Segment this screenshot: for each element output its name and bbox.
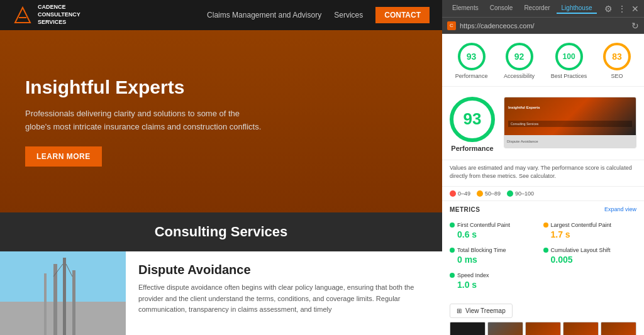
score-accessibility: 92 Accessibility [504,43,535,80]
hero-title: Insightful Experts [25,76,264,99]
performance-label: Performance [455,73,488,80]
treemap-label: View Treemap [465,307,506,314]
performance-circle: 93 [458,43,486,70]
logo-icon [13,5,33,25]
dispute-text: Effective dispute avoidance often begins… [138,282,430,316]
tab-elements[interactable]: Elements [447,3,484,14]
metric-label-tbt: Total Blocking Time [457,247,506,253]
site-favicon: C [447,21,456,30]
lighthouse-screenshot: Insightful Experts Consulting Services D… [504,97,636,148]
ss-consulting: Consulting Services [508,121,632,127]
metric-label-fcp: First Contentful Paint [457,222,510,228]
hero-section: Insightful Experts Professionals deliver… [0,30,442,212]
film-frame-4 [563,322,599,335]
metric-dot-lcp [543,222,548,228]
legend-dot-orange [477,190,483,197]
nav-link-claims[interactable]: Claims Management and Advisory [207,11,321,19]
metric-dot-si [450,273,455,278]
hero-content: Insightful Experts Professionals deliver… [25,76,264,167]
metric-label-si: Speed Index [457,272,489,278]
film-frame-5 [601,322,636,335]
best-practices-circle: 100 [555,43,583,70]
devtools-icons: ⚙ ⋮ ✕ [604,4,639,14]
metric-lcp: Largest Contentful Paint 1.7 s [543,218,637,243]
metric-value-cls: 0.005 [543,255,637,265]
tab-recorder[interactable]: Recorder [519,3,555,14]
best-practices-label: Best Practices [551,73,587,80]
film-frame-2 [487,322,523,335]
filmstrip [450,322,636,335]
metric-si: Speed Index 1.0 s [450,268,543,294]
legend-dot-green [507,190,513,197]
dispute-content: Dispute Avoidance Effective dispute avoi… [126,251,442,335]
devtools-panel: Elements Console Recorder Lighthouse ⚙ ⋮… [442,0,644,335]
metric-value-tbt: 0 ms [450,255,543,265]
score-best-practices: 100 Best Practices [551,43,587,80]
view-treemap-button[interactable]: ⊞ View Treemap [450,304,513,318]
tab-lighthouse[interactable]: Lighthouse [557,3,597,14]
metrics-title: METRICS [450,206,480,213]
big-score-label: Performance [451,145,493,152]
svg-rect-7 [44,273,47,335]
devtools-urlbar: C https://cadenceocs.com/ ↻ [442,18,644,34]
website-preview: CADENCECONSULTENCYSERVICES Claims Manage… [0,0,442,335]
nav-logo-text: CADENCECONSULTENCYSERVICES [38,4,80,26]
lighthouse-scores: 93 Performance 92 Accessibility 100 Best… [442,34,644,87]
website-nav: CADENCECONSULTENCYSERVICES Claims Manage… [0,0,442,30]
film-frame-1 [450,322,486,335]
seo-circle: 83 [603,43,631,70]
devtools-topbar: Elements Console Recorder Lighthouse ⚙ ⋮… [442,0,644,18]
devtools-tabs: Elements Console Recorder Lighthouse [447,3,597,14]
hero-subtitle: Professionals delivering clarity and sol… [25,107,264,134]
url-display: https://cadenceocs.com/ [460,22,628,30]
metrics-grid: First Contentful Paint 0.6 s Largest Con… [442,216,644,300]
score-seo: 83 SEO [603,43,631,80]
tab-console[interactable]: Console [485,3,518,14]
tower-image [0,251,126,335]
svg-rect-4 [53,264,57,335]
metric-value-lcp: 1.7 s [543,229,637,239]
metric-value-si: 1.0 s [450,280,543,290]
nav-link-services[interactable]: Services [334,11,363,19]
accessibility-label: Accessibility [504,73,535,80]
score-legend: 0–49 50–89 90–100 [442,187,644,201]
screenshot-panel: Insightful Experts Consulting Services D… [504,97,636,152]
legend-pass: 90–100 [507,190,534,197]
hero-learn-more-button[interactable]: LEARN MORE [25,146,102,167]
screenshot-bottom: Dispute Avoidance [504,135,636,148]
metric-tbt: Total Blocking Time 0 ms [450,243,543,268]
metric-dot-tbt [450,248,455,253]
legend-dot-red [450,190,456,197]
more-options-icon[interactable]: ⋮ [618,4,626,14]
svg-marker-0 [15,8,30,23]
ss-dispute: Dispute Avoidance [507,140,538,143]
metric-dot-cls [543,248,548,253]
seo-label: SEO [611,73,623,80]
metric-cls: Cumulative Layout Shift 0.005 [543,243,637,268]
settings-icon[interactable]: ⚙ [604,4,613,14]
metric-label-lcp: Largest Contentful Paint [551,222,612,228]
accessibility-circle: 92 [506,43,533,70]
bottom-section: Dispute Avoidance Effective dispute avoi… [0,251,442,335]
metric-fcp: First Contentful Paint 0.6 s [450,218,543,243]
lighthouse-detail: 93 Performance Insightful Experts Consul… [442,87,644,160]
nav-logo: CADENCECONSULTENCYSERVICES [13,4,80,26]
dispute-title: Dispute Avoidance [138,263,430,277]
legend-average: 50–89 [477,190,501,197]
score-performance: 93 Performance [455,43,488,80]
big-score-wrap: 93 Performance [450,97,495,152]
metric-label-cls: Cumulative Layout Shift [551,247,611,253]
close-devtools-icon[interactable]: ✕ [631,4,639,14]
refresh-icon[interactable]: ↻ [631,21,639,31]
consulting-title: Consulting Services [11,224,431,240]
metric-dot-fcp [450,222,455,228]
nav-contact-button[interactable]: CONTACT [375,7,430,23]
ss-hero: Insightful Experts [508,106,632,109]
metrics-header: METRICS Expand view [442,201,644,216]
consulting-section: Consulting Services [0,212,442,251]
metric-value-fcp: 0.6 s [450,229,543,239]
expand-view-button[interactable]: Expand view [604,206,636,212]
svg-rect-5 [63,258,66,335]
nav-links: Claims Management and Advisory Services … [207,7,430,23]
lighthouse-description: Values are estimated and may vary. The p… [442,160,644,187]
